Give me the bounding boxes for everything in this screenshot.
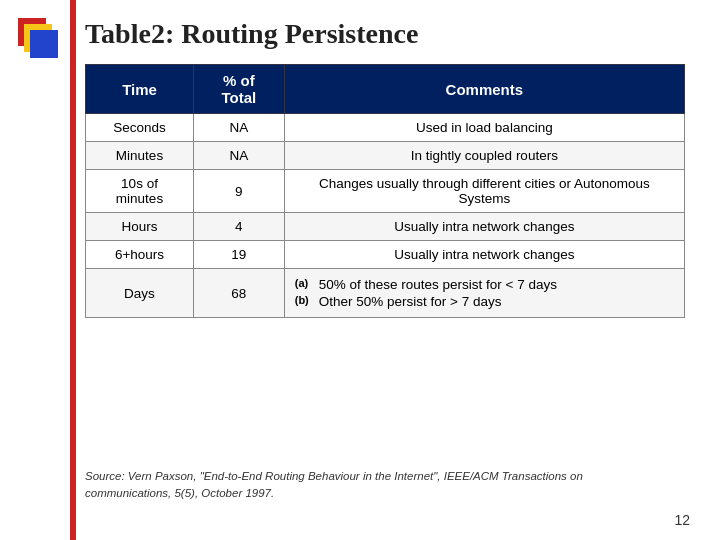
cell-time: Hours xyxy=(86,213,194,241)
cell-comment: In tightly coupled routers xyxy=(284,142,684,170)
table-row: MinutesNAIn tightly coupled routers xyxy=(86,142,685,170)
page-number: 12 xyxy=(674,512,690,528)
col-header-percent: % of Total xyxy=(194,65,285,114)
cell-time: Days xyxy=(86,269,194,318)
page-title: Table2: Routing Persistence xyxy=(85,18,705,50)
table-row: SecondsNAUsed in load balancing xyxy=(86,114,685,142)
cell-percent: NA xyxy=(194,142,285,170)
deco-blue xyxy=(30,30,58,58)
sub-item: (a)50% of these routes persist for < 7 d… xyxy=(295,277,674,292)
table-row: Hours4Usually intra network changes xyxy=(86,213,685,241)
col-header-comments: Comments xyxy=(284,65,684,114)
main-content: Table2: Routing Persistence Time % of To… xyxy=(85,18,705,318)
table-row: Days68(a)50% of these routes persist for… xyxy=(86,269,685,318)
cell-time: 10s of minutes xyxy=(86,170,194,213)
cell-percent: 9 xyxy=(194,170,285,213)
cell-time: 6+hours xyxy=(86,241,194,269)
source-citation: Source: Vern Paxson, "End-to-End Routing… xyxy=(85,468,665,503)
cell-comment: Used in load balancing xyxy=(284,114,684,142)
sub-item: (b)Other 50% persist for > 7 days xyxy=(295,294,674,309)
col-header-time: Time xyxy=(86,65,194,114)
cell-comment: Usually intra network changes xyxy=(284,213,684,241)
left-accent-bar xyxy=(70,0,76,540)
cell-time: Seconds xyxy=(86,114,194,142)
cell-comment: Usually intra network changes xyxy=(284,241,684,269)
cell-percent: 4 xyxy=(194,213,285,241)
cell-time: Minutes xyxy=(86,142,194,170)
cell-percent: NA xyxy=(194,114,285,142)
cell-comment: Changes usually through different cities… xyxy=(284,170,684,213)
routing-persistence-table: Time % of Total Comments SecondsNAUsed i… xyxy=(85,64,685,318)
cell-percent: 68 xyxy=(194,269,285,318)
table-row: 10s of minutes9Changes usually through d… xyxy=(86,170,685,213)
cell-percent: 19 xyxy=(194,241,285,269)
table-row: 6+hours19Usually intra network changes xyxy=(86,241,685,269)
decorative-squares xyxy=(18,18,70,70)
cell-comment: (a)50% of these routes persist for < 7 d… xyxy=(284,269,684,318)
table-header-row: Time % of Total Comments xyxy=(86,65,685,114)
